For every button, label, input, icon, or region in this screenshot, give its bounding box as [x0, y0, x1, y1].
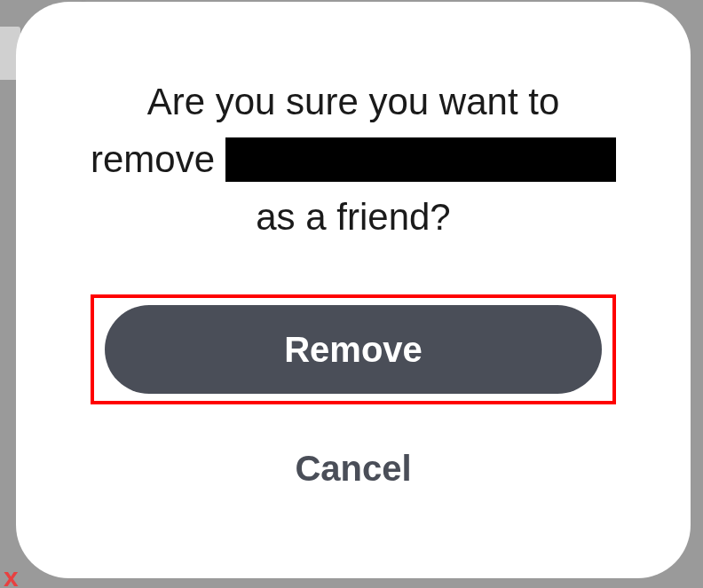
message-line-2-prefix: remove — [91, 130, 215, 188]
background-text: x — [4, 562, 19, 588]
remove-friend-dialog: Are you sure you want to remove as a fri… — [16, 2, 691, 578]
message-line-1: Are you sure you want to — [91, 73, 616, 130]
message-line-3: as a friend? — [91, 188, 616, 246]
remove-button[interactable]: Remove — [105, 305, 602, 394]
highlight-annotation: Remove — [91, 294, 616, 404]
cancel-button[interactable]: Cancel — [268, 440, 438, 498]
redacted-username — [225, 137, 616, 182]
confirmation-message: Are you sure you want to remove as a fri… — [91, 73, 616, 246]
